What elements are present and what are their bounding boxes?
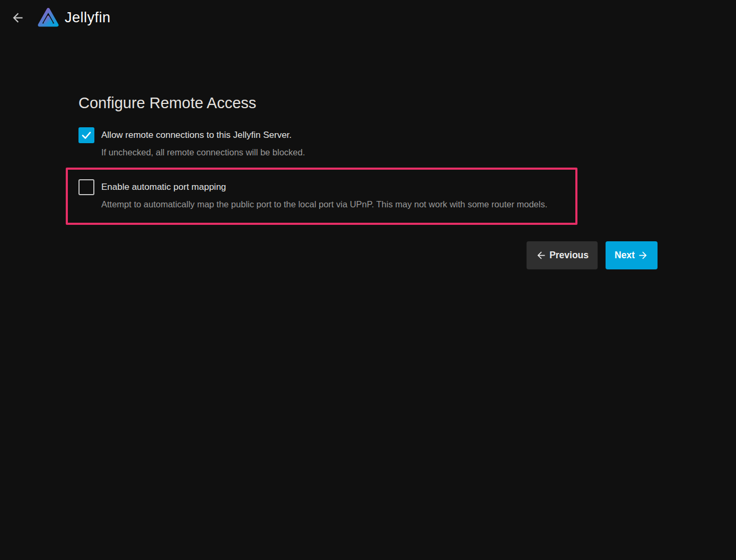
wizard-actions: Previous Next bbox=[78, 241, 658, 269]
setup-wizard-page: Jellyfin Configure Remote Access Allow r… bbox=[0, 0, 736, 560]
enable-port-mapping-description: Attempt to automatically map the public … bbox=[101, 199, 547, 209]
previous-button-label: Previous bbox=[549, 250, 589, 261]
checkmark-icon bbox=[80, 129, 93, 142]
jellyfin-logo bbox=[37, 5, 60, 30]
allow-remote-connections-checkbox[interactable] bbox=[78, 127, 94, 143]
enable-port-mapping-checkbox[interactable] bbox=[78, 179, 94, 195]
brand-name: Jellyfin bbox=[65, 10, 111, 26]
header: Jellyfin bbox=[0, 0, 736, 30]
allow-remote-connections-description: If unchecked, all remote connections wil… bbox=[101, 147, 305, 158]
arrow-left-icon bbox=[536, 250, 547, 261]
previous-button[interactable]: Previous bbox=[527, 241, 598, 269]
page-title: Configure Remote Access bbox=[78, 94, 658, 111]
allow-remote-connections-label[interactable]: Allow remote connections to this Jellyfi… bbox=[101, 127, 305, 143]
next-button-label: Next bbox=[615, 250, 635, 261]
next-button[interactable]: Next bbox=[606, 241, 658, 269]
back-button[interactable] bbox=[10, 10, 25, 26]
arrow-right-icon bbox=[637, 250, 649, 261]
option-texts: Enable automatic port mapping Attempt to… bbox=[101, 179, 547, 209]
option-allow-remote-connections: Allow remote connections to this Jellyfi… bbox=[78, 127, 658, 158]
wizard-content: Configure Remote Access Allow remote con… bbox=[78, 94, 658, 269]
option-texts: Allow remote connections to this Jellyfi… bbox=[101, 127, 305, 158]
option-enable-port-mapping: Enable automatic port mapping Attempt to… bbox=[78, 179, 658, 209]
arrow-left-icon bbox=[11, 11, 25, 25]
enable-port-mapping-label[interactable]: Enable automatic port mapping bbox=[101, 179, 547, 195]
